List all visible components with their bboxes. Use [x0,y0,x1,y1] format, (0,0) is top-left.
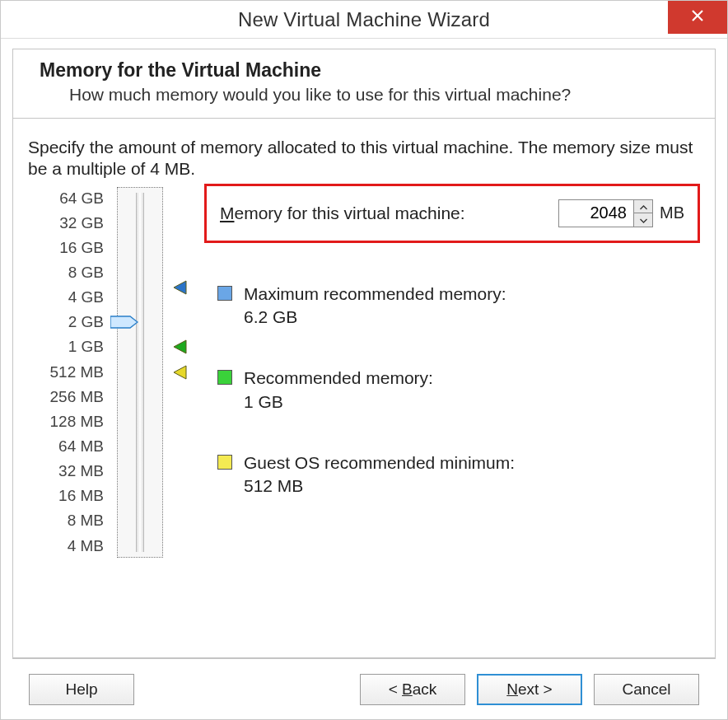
page-subtitle: How much memory would you like to use fo… [69,85,695,105]
info-column: Memory for this virtual machine: [193,187,700,536]
titlebar: New Virtual Machine Wizard [1,1,727,39]
recommendations: Maximum recommended memory:6.2 GBRecomme… [204,283,700,498]
close-button[interactable] [668,1,727,34]
memory-unit: MB [660,203,684,222]
page-title: Memory for the Virtual Machine [40,59,695,82]
next-button[interactable]: Next > [477,674,582,705]
recommendation-item: Maximum recommended memory:6.2 GB [204,283,700,330]
memory-step-down[interactable] [634,213,652,227]
recommendation-text: Guest OS recommended minimum:512 MB [244,451,515,498]
recommendation-item: Recommended memory:1 GB [204,367,700,414]
chevron-down-icon [640,213,647,226]
back-button[interactable]: < Back [360,674,465,705]
instruction-text: Specify the amount of memory allocated t… [28,137,700,180]
memory-slider[interactable]: 64 GB32 GB16 GB8 GB4 GB2 GB1 GB512 MB256… [28,187,193,558]
cancel-button[interactable]: Cancel [594,674,699,705]
slider-ticks: 64 GB32 GB16 GB8 GB4 GB2 GB1 GB512 MB256… [28,187,110,558]
slider-tick: 64 GB [59,189,110,208]
slider-tick: 4 GB [68,288,110,306]
slider-tick: 256 MB [50,388,110,406]
slider-tick: 1 GB [68,338,110,356]
slider-thumb[interactable] [110,315,138,330]
slider-track[interactable] [117,187,163,558]
content: Memory for the Virtual Machine How much … [1,39,727,719]
slider-tick: 8 GB [68,264,110,282]
memory-field-label: Memory for this virtual machine: [220,203,465,223]
window-title: New Virtual Machine Wizard [238,8,490,31]
slider-tick: 32 GB [59,214,110,232]
slider-tick: 32 MB [58,462,110,480]
memory-spinner[interactable] [558,199,653,227]
recommendation-item: Guest OS recommended minimum:512 MB [204,451,700,498]
close-icon [691,9,704,26]
memory-input[interactable] [559,200,633,227]
slider-tick: 512 MB [50,363,110,381]
slider-tick: 16 GB [59,239,110,257]
slider-tick: 4 MB [68,537,110,555]
help-button[interactable]: Help [29,674,134,705]
chevron-up-icon [640,200,647,213]
memory-step-up[interactable] [634,200,652,213]
main-panel: Specify the amount of memory allocated t… [12,119,716,658]
recommendation-swatch-icon [217,286,232,301]
recommendation-text: Maximum recommended memory:6.2 GB [244,283,506,330]
slider-tick: 64 MB [58,437,110,456]
recommendation-swatch-icon [217,455,232,470]
slider-tick: 8 MB [68,512,110,530]
slider-marker-icon [171,339,188,354]
body-row: 64 GB32 GB16 GB8 GB4 GB2 GB1 GB512 MB256… [28,187,700,558]
slider-tick: 16 MB [58,487,110,505]
memory-spinner-wrap: MB [558,199,684,227]
slider-marker-icon [171,280,188,295]
slider-tick: 128 MB [50,413,110,431]
memory-field-highlight: Memory for this virtual machine: [204,184,700,243]
wizard-window: New Virtual Machine Wizard Memory for th… [0,0,728,720]
slider-marker-icon [171,365,188,380]
slider-tick: 2 GB [68,313,110,331]
footer: Help < Back Next > Cancel [12,658,716,719]
header-panel: Memory for the Virtual Machine How much … [12,49,716,119]
recommendation-swatch-icon [217,370,232,385]
recommendation-text: Recommended memory:1 GB [244,367,433,414]
